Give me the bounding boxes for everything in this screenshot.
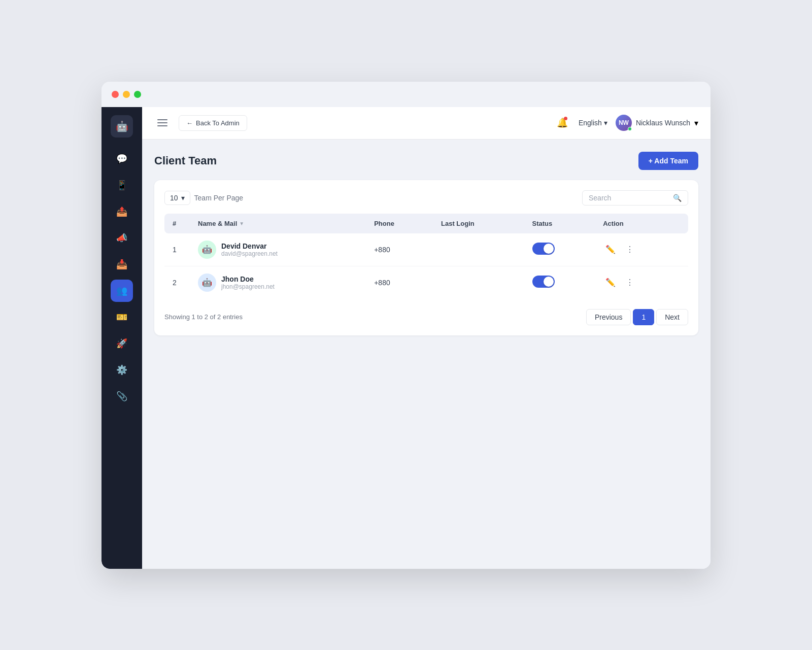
sidebar-item-team[interactable]: 👥 — [111, 280, 133, 302]
traffic-light-green[interactable] — [134, 91, 141, 98]
per-page-select: 10 ▾ Team Per Page — [164, 191, 243, 205]
traffic-light-red[interactable] — [112, 91, 119, 98]
user-avatar-1: 🤖 — [198, 241, 216, 259]
chat-icon: 💬 — [116, 153, 127, 164]
col-phone: Phone — [366, 214, 433, 233]
row-phone-2: +880 — [366, 266, 433, 299]
showing-text: Showing 1 to 2 of 2 entries — [164, 313, 243, 321]
app-window: 🤖 💬 📱 📤 📣 📥 👥 🎫 — [101, 82, 710, 569]
sidebar-item-inbox[interactable]: 📥 — [111, 253, 133, 276]
sidebar-item-whatsapp[interactable]: 📱 — [111, 174, 133, 196]
col-status: Status — [524, 214, 595, 233]
notification-button[interactable]: 🔔 — [554, 115, 570, 131]
language-selector[interactable]: English ▾ — [579, 119, 607, 127]
user-menu[interactable]: NW Nicklaus Wunsch ▾ — [616, 115, 698, 131]
logo-icon: 🤖 — [116, 120, 128, 132]
page-1-button[interactable]: 1 — [633, 309, 654, 325]
hamburger-button[interactable] — [154, 115, 171, 131]
sidebar-logo: 🤖 — [111, 115, 133, 138]
status-toggle-2[interactable] — [532, 276, 555, 288]
main-card: 10 ▾ Team Per Page 🔍 — [154, 180, 698, 335]
row-status-2 — [524, 266, 595, 299]
back-label: Back To Admin — [196, 119, 240, 127]
sidebar-item-attachment[interactable]: 📎 — [111, 385, 133, 407]
row-index: 1 — [164, 233, 190, 266]
sidebar-item-ticket[interactable]: 🎫 — [111, 306, 133, 328]
edit-button-2[interactable]: ✏️ — [603, 275, 618, 290]
name-mail-header: Name & Mail ▼ — [198, 220, 244, 227]
main-content: ← Back To Admin 🔔 English ▾ — [142, 107, 710, 569]
avatar-initials: NW — [619, 119, 629, 126]
card-footer: Showing 1 to 2 of 2 entries Previous 1 N… — [164, 309, 688, 325]
status-toggle-1[interactable] — [532, 243, 555, 255]
row-phone-1: +880 — [366, 233, 433, 266]
user-name: Nicklaus Wunsch — [636, 119, 690, 127]
settings-icon: ⚙️ — [116, 364, 127, 375]
app-body: 🤖 💬 📱 📤 📣 📥 👥 🎫 — [101, 107, 710, 569]
page-title: Client Team — [154, 154, 217, 167]
pagination: Previous 1 Next — [586, 309, 688, 325]
row-action-1: ✏️ ⋮ — [595, 233, 688, 266]
table-row: 1 🤖 Devid Denvar david@spagreen.ne — [164, 233, 688, 266]
user-info-text-1: Devid Denvar david@spagreen.net — [221, 242, 278, 257]
add-team-button[interactable]: + Add Team — [638, 152, 698, 170]
more-menu-button-1[interactable]: ⋮ — [622, 242, 637, 257]
header: ← Back To Admin 🔔 English ▾ — [142, 107, 710, 140]
user-avatar-icon-1: 🤖 — [202, 245, 212, 254]
sidebar-item-send[interactable]: 📤 — [111, 200, 133, 223]
user-name-2: Jhon Doe — [221, 275, 275, 283]
more-icon-2: ⋮ — [626, 278, 634, 287]
table-header: # Name & Mail ▼ Phone Last Login Status — [164, 214, 688, 233]
avatar-status-dot — [628, 127, 632, 131]
hamburger-line-2 — [157, 122, 167, 123]
toggle-thumb-1 — [544, 244, 554, 254]
language-label: English — [579, 119, 602, 127]
user-info: 🤖 Jhon Doe jhon@spagreen.net — [198, 273, 358, 292]
search-icon: 🔍 — [673, 194, 682, 202]
action-icons-2: ✏️ ⋮ — [603, 275, 680, 290]
row-user: 🤖 Devid Denvar david@spagreen.net — [190, 233, 366, 266]
sidebar-item-megaphone[interactable]: 📣 — [111, 227, 133, 249]
next-button[interactable]: Next — [656, 309, 688, 325]
sidebar-item-chat[interactable]: 💬 — [111, 148, 133, 170]
card-toolbar: 10 ▾ Team Per Page 🔍 — [164, 190, 688, 206]
per-page-value: 10 — [170, 194, 178, 202]
per-page-dropdown[interactable]: 10 ▾ — [164, 191, 190, 205]
avatar: NW — [616, 115, 632, 131]
row-index: 2 — [164, 266, 190, 299]
notification-dot — [564, 117, 567, 120]
sidebar-item-rocket[interactable]: 🚀 — [111, 332, 133, 355]
user-avatar-2: 🤖 — [198, 273, 216, 292]
user-info: 🤖 Devid Denvar david@spagreen.net — [198, 241, 358, 259]
title-bar — [101, 82, 710, 107]
more-menu-button-2[interactable]: ⋮ — [622, 275, 637, 290]
table-body: 1 🤖 Devid Denvar david@spagreen.ne — [164, 233, 688, 299]
row-user: 🤖 Jhon Doe jhon@spagreen.net — [190, 266, 366, 299]
toggle-thumb-2 — [544, 277, 554, 287]
user-info-text-2: Jhon Doe jhon@spagreen.net — [221, 275, 275, 290]
back-to-admin-button[interactable]: ← Back To Admin — [179, 115, 247, 131]
col-name: Name & Mail ▼ — [190, 214, 366, 233]
megaphone-icon: 📣 — [116, 232, 127, 244]
row-status-1 — [524, 233, 595, 266]
page-header: Client Team + Add Team — [154, 152, 698, 170]
sort-icon: ▼ — [239, 221, 244, 226]
header-left: ← Back To Admin — [154, 115, 247, 131]
row-last-login-2 — [433, 266, 524, 299]
sidebar-item-settings[interactable]: ⚙️ — [111, 359, 133, 381]
sidebar: 🤖 💬 📱 📤 📣 📥 👥 🎫 — [101, 107, 142, 569]
search-input[interactable] — [589, 194, 670, 202]
edit-button-1[interactable]: ✏️ — [603, 242, 618, 257]
user-email-1: david@spagreen.net — [221, 250, 278, 257]
user-avatar-icon-2: 🤖 — [202, 278, 212, 287]
ticket-icon: 🎫 — [116, 312, 127, 323]
traffic-light-yellow[interactable] — [123, 91, 130, 98]
action-icons-1: ✏️ ⋮ — [603, 242, 680, 257]
send-icon: 📤 — [116, 206, 127, 217]
col-action: Action — [595, 214, 688, 233]
previous-button[interactable]: Previous — [586, 309, 631, 325]
user-name-1: Devid Denvar — [221, 242, 278, 250]
hamburger-line-1 — [157, 119, 167, 120]
inbox-icon: 📥 — [116, 259, 127, 270]
user-chevron-icon: ▾ — [694, 118, 698, 128]
